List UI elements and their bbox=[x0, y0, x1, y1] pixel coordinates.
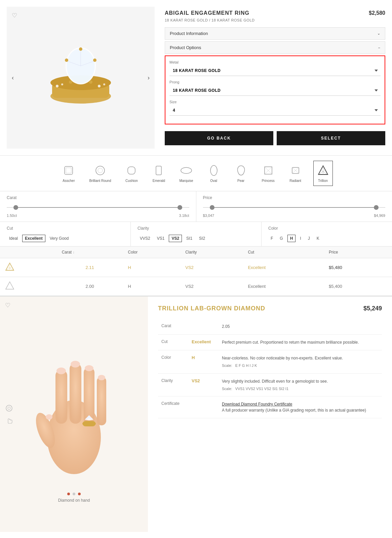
carat-thumb-max[interactable] bbox=[178, 205, 182, 210]
color-option-i[interactable]: I bbox=[298, 235, 303, 242]
color-option-j[interactable]: J bbox=[306, 235, 312, 242]
color-option-k[interactable]: K bbox=[314, 235, 322, 242]
clarity-option-vs2[interactable]: VS2 bbox=[169, 235, 182, 242]
clarity-option-si1[interactable]: SI1 bbox=[184, 235, 195, 242]
clarity-filter-title: Clarity bbox=[138, 226, 254, 231]
table-row[interactable]: 2.00 H VS2 Excellent $5,400 bbox=[0, 277, 392, 296]
svg-point-24 bbox=[181, 167, 192, 174]
cut-filter-options: Ideal Excellent Very Good bbox=[7, 235, 124, 242]
price-range-slider[interactable] bbox=[203, 204, 386, 211]
color-option-f[interactable]: F bbox=[268, 235, 275, 242]
row1-icon bbox=[0, 258, 57, 277]
clarity-filter-cell: Clarity VVS2 VS1 VS2 SI1 SI2 bbox=[131, 222, 262, 246]
shape-oval[interactable]: Oval bbox=[204, 161, 223, 186]
certificate-row: Certificate Download Diamond Foundry Cer… bbox=[158, 396, 382, 418]
svg-point-20 bbox=[96, 166, 105, 175]
results-table: Carat ↕ Color Clarity Cut Price 2.11 H V… bbox=[0, 246, 392, 296]
princess-icon bbox=[262, 164, 275, 177]
col-cut: Cut bbox=[243, 246, 324, 258]
cut-row: Cut Excellent Perfect premium cut. Propo… bbox=[158, 335, 382, 350]
prong-label: Prong bbox=[169, 80, 381, 84]
certificate-prop-value bbox=[188, 396, 219, 418]
col-price: Price bbox=[324, 246, 392, 258]
wishlist-heart-icon[interactable]: ♡ bbox=[12, 12, 17, 19]
clarity-option-vs1[interactable]: VS1 bbox=[155, 235, 167, 242]
product-information-header[interactable]: Product Information ⌄ bbox=[165, 28, 385, 39]
go-back-button[interactable]: GO BACK bbox=[165, 131, 273, 145]
certificate-link[interactable]: Download Diamond Foundry Certificate bbox=[222, 402, 292, 407]
col-clarity: Clarity bbox=[180, 246, 243, 258]
svg-point-25 bbox=[210, 165, 217, 176]
carat-prop-label: Carat bbox=[158, 319, 188, 335]
row2-carat: 2.00 bbox=[57, 277, 123, 296]
cut-option-ideal[interactable]: Ideal bbox=[7, 235, 20, 242]
shape-marquise[interactable]: Marquise bbox=[177, 161, 196, 186]
svg-point-41 bbox=[6, 405, 12, 411]
oval-label: Oval bbox=[210, 179, 217, 183]
cut-option-very-good[interactable]: Very Good bbox=[47, 235, 71, 242]
color-filter-cell: Color F G H I J K bbox=[262, 222, 392, 246]
table-row[interactable]: 2.11 H VS2 Excellent $5,480 bbox=[0, 258, 392, 277]
metal-select[interactable]: 18 KARAT ROSE GOLD 18 KARAT WHITE GOLD 1… bbox=[169, 66, 381, 76]
price-thumb-max[interactable] bbox=[374, 205, 379, 210]
shape-trillion[interactable]: Trillion bbox=[313, 161, 333, 186]
color-option-h[interactable]: H bbox=[287, 235, 296, 242]
svg-point-16 bbox=[69, 80, 72, 84]
product-section: ♡ ‹ bbox=[0, 0, 392, 156]
shape-emerald[interactable]: Emerald bbox=[149, 161, 168, 186]
color-scale-label: Scale: bbox=[222, 363, 232, 368]
svg-point-13 bbox=[65, 59, 68, 62]
carat-thumb-min[interactable] bbox=[13, 205, 18, 210]
svg-point-21 bbox=[98, 168, 103, 173]
clarity-filter-options: VVS2 VS1 VS2 SI1 SI2 bbox=[138, 235, 254, 242]
color-option-g[interactable]: G bbox=[277, 235, 285, 242]
shape-pear[interactable]: Pear bbox=[232, 161, 250, 186]
product-title: ABIGAIL ENGAGEMENT RING bbox=[165, 10, 249, 16]
price-thumb-min[interactable] bbox=[210, 205, 214, 210]
carat-max-label: 3.18ct bbox=[179, 214, 189, 218]
size-select[interactable]: 4 5 6 7 8 bbox=[169, 105, 381, 116]
marquise-label: Marquise bbox=[179, 179, 193, 183]
color-scale-values: E F G H I J K bbox=[235, 363, 257, 368]
dot-2[interactable] bbox=[73, 493, 75, 495]
range-filters: Carat 1.50ct 3.18ct Price $3,047 $4,969 bbox=[0, 191, 392, 222]
shape-cushion[interactable]: Cushion bbox=[122, 161, 141, 186]
detail-wishlist-icon[interactable]: ♡ bbox=[5, 302, 10, 309]
select-button[interactable]: SELECT bbox=[277, 131, 385, 145]
brilliant-round-icon bbox=[93, 164, 107, 177]
svg-point-53 bbox=[56, 368, 66, 374]
row2-color: H bbox=[123, 277, 181, 296]
price-filter-panel: Price $3,047 $4,969 bbox=[196, 191, 392, 222]
carat-range-slider[interactable] bbox=[7, 204, 189, 211]
product-options-accordion[interactable]: Product Options − bbox=[165, 41, 385, 54]
dot-3[interactable] bbox=[78, 493, 81, 495]
row1-price: $5,480 bbox=[324, 258, 392, 277]
prong-option-group: Prong 18 KARAT ROSE GOLD 18 KARAT WHITE … bbox=[169, 80, 381, 96]
cut-option-excellent[interactable]: Excellent bbox=[22, 235, 45, 242]
clarity-prop-label: Clarity bbox=[158, 373, 188, 396]
clarity-option-vvs2[interactable]: VVS2 bbox=[138, 235, 153, 242]
prev-image-button[interactable]: ‹ bbox=[8, 71, 17, 85]
product-options-header[interactable]: Product Options − bbox=[165, 42, 385, 53]
shape-brilliant-round[interactable]: Brilliant Round bbox=[86, 161, 114, 186]
svg-rect-46 bbox=[70, 363, 81, 424]
ring-view-icon[interactable] bbox=[5, 404, 13, 412]
svg-marker-40 bbox=[6, 282, 14, 289]
certificate-description: A full producer warranty (Unlike a GIA g… bbox=[222, 408, 366, 413]
col-carat[interactable]: Carat ↕ bbox=[57, 246, 123, 258]
detail-title: TRILLION LAB-GROWN DIAMOND bbox=[158, 305, 265, 312]
dot-1[interactable] bbox=[67, 493, 70, 495]
shape-princess[interactable]: Princess bbox=[259, 161, 278, 186]
product-information-accordion[interactable]: Product Information ⌄ bbox=[165, 27, 385, 40]
product-header: ABIGAIL ENGAGEMENT RING $2,580 bbox=[165, 10, 385, 16]
cut-filter-title: Cut bbox=[7, 226, 124, 231]
hand-view-icon[interactable] bbox=[5, 416, 13, 424]
next-image-button[interactable]: › bbox=[144, 71, 153, 85]
clarity-option-si2[interactable]: SI2 bbox=[197, 235, 207, 242]
shape-radiant[interactable]: Radiant bbox=[286, 161, 305, 186]
cut-filter-cell: Cut Ideal Excellent Very Good bbox=[0, 222, 131, 246]
prong-select[interactable]: 18 KARAT ROSE GOLD 18 KARAT WHITE GOLD 1… bbox=[169, 85, 381, 96]
shape-asscher[interactable]: Asscher bbox=[59, 161, 78, 186]
price-min-label: $3,047 bbox=[203, 214, 214, 218]
col-color: Color bbox=[123, 246, 181, 258]
